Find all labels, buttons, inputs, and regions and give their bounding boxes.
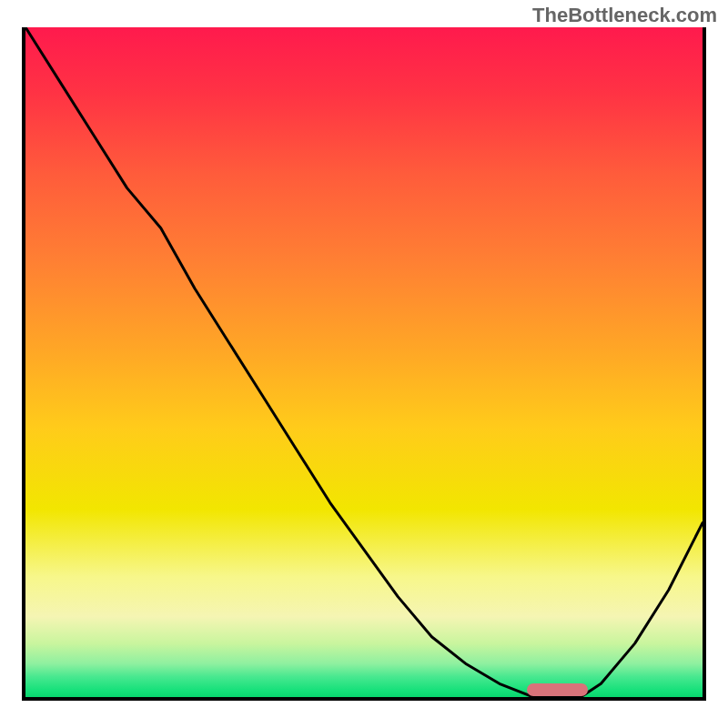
bottleneck-curve	[25, 27, 703, 697]
watermark-text: TheBottleneck.com	[532, 4, 717, 27]
optimal-marker	[527, 683, 588, 696]
plot-area	[22, 27, 706, 701]
